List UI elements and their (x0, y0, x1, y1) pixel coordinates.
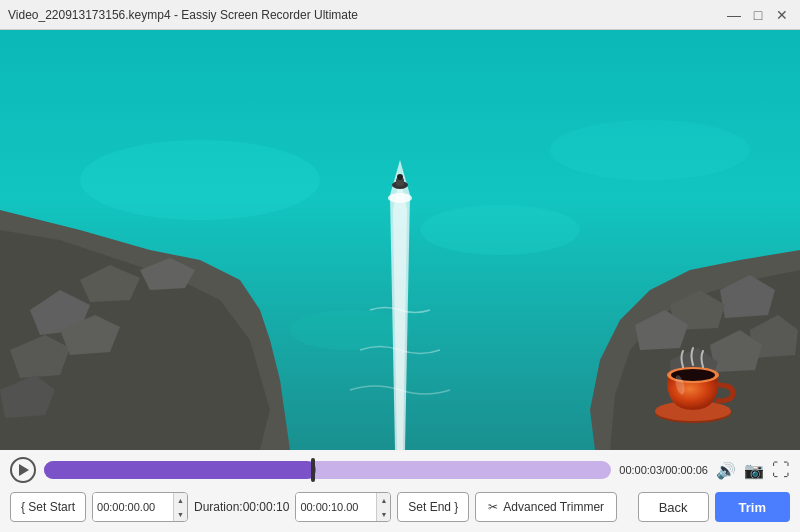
fullscreen-icon: ⛶ (772, 460, 790, 481)
start-time-input-group[interactable]: ▲ ▼ (92, 492, 188, 522)
svg-point-3 (550, 120, 750, 180)
total-time: 00:00:06 (665, 464, 708, 476)
camera-icon: 📷 (744, 461, 764, 480)
back-button[interactable]: Back (638, 492, 709, 522)
end-time-input-group[interactable]: ▲ ▼ (295, 492, 391, 522)
timeline-thumb[interactable] (311, 458, 315, 482)
window-title: Video_220913173156.keymp4 - Eassiy Scree… (8, 8, 358, 22)
set-end-label: Set End } (408, 500, 458, 514)
play-button[interactable] (10, 457, 36, 483)
end-time-down[interactable]: ▼ (377, 507, 390, 521)
controls-row: { Set Start ▲ ▼ Duration:00:00:10 ▲ ▼ Se… (10, 490, 790, 524)
current-time: 00:00:03 (619, 464, 662, 476)
end-time-up[interactable]: ▲ (377, 493, 390, 507)
end-time-spinners: ▲ ▼ (376, 493, 390, 521)
start-time-spinners: ▲ ▼ (173, 493, 187, 521)
minimize-button[interactable]: — (724, 5, 744, 25)
volume-icon: 🔊 (716, 461, 736, 480)
cup-overlay (645, 335, 740, 430)
window-controls: — □ ✕ (724, 5, 792, 25)
time-display: 00:00:03/00:00:06 (619, 464, 708, 476)
bottom-bar: 00:00:03/00:00:06 🔊 📷 ⛶ { Set Start ▲ ▼ … (0, 450, 800, 532)
trim-button[interactable]: Trim (715, 492, 790, 522)
svg-point-26 (397, 174, 403, 180)
cup-svg (645, 335, 740, 430)
set-start-button[interactable]: { Set Start (10, 492, 86, 522)
advanced-trimmer-label: Advanced Trimmer (503, 500, 604, 514)
title-bar: Video_220913173156.keymp4 - Eassiy Scree… (0, 0, 800, 30)
svg-point-1 (80, 140, 320, 220)
fullscreen-button[interactable]: ⛶ (772, 460, 790, 481)
timeline-fill (44, 461, 316, 479)
set-start-label: { Set Start (21, 500, 75, 514)
close-button[interactable]: ✕ (772, 5, 792, 25)
svg-point-2 (420, 205, 580, 255)
screenshot-button[interactable]: 📷 (744, 461, 764, 480)
set-end-button[interactable]: Set End } (397, 492, 469, 522)
end-time-input[interactable] (296, 493, 376, 521)
advanced-trimmer-button[interactable]: ✂ Advanced Trimmer (475, 492, 617, 522)
video-preview (0, 30, 800, 450)
start-time-up[interactable]: ▲ (174, 493, 187, 507)
svg-point-4 (290, 310, 410, 350)
svg-point-23 (388, 193, 412, 203)
maximize-button[interactable]: □ (748, 5, 768, 25)
duration-label: Duration:00:00:10 (194, 500, 289, 514)
start-time-down[interactable]: ▼ (174, 507, 187, 521)
scissors-icon: ✂ (488, 500, 498, 514)
timeline-track[interactable] (44, 461, 611, 479)
timeline-row: 00:00:03/00:00:06 🔊 📷 ⛶ (10, 456, 790, 484)
start-time-input[interactable] (93, 493, 173, 521)
volume-button[interactable]: 🔊 (716, 461, 736, 480)
